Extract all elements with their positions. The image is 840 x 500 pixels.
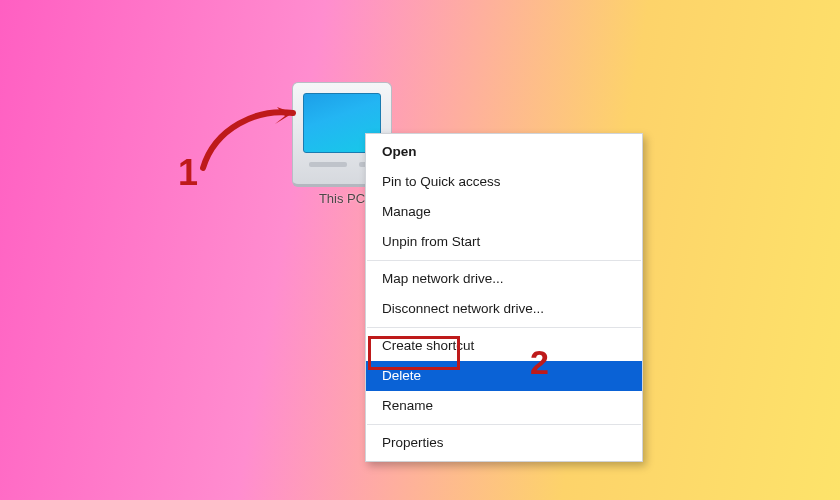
menu-separator	[367, 424, 641, 425]
menu-separator	[367, 260, 641, 261]
annotation-step-1: 1	[178, 152, 198, 194]
menu-item-unpin-start[interactable]: Unpin from Start	[366, 227, 642, 257]
menu-item-pin-quick-access[interactable]: Pin to Quick access	[366, 167, 642, 197]
menu-item-delete[interactable]: Delete	[366, 361, 642, 391]
menu-item-map-network-drive[interactable]: Map network drive...	[366, 264, 642, 294]
menu-item-rename[interactable]: Rename	[366, 391, 642, 421]
annotation-arrow-icon	[195, 100, 315, 180]
context-menu: Open Pin to Quick access Manage Unpin fr…	[365, 133, 643, 462]
menu-item-open[interactable]: Open	[366, 137, 642, 167]
annotation-step-2: 2	[530, 343, 549, 382]
menu-item-manage[interactable]: Manage	[366, 197, 642, 227]
menu-separator	[367, 327, 641, 328]
menu-item-disconnect-network-drive[interactable]: Disconnect network drive...	[366, 294, 642, 324]
menu-item-properties[interactable]: Properties	[366, 428, 642, 458]
menu-item-create-shortcut[interactable]: Create shortcut	[366, 331, 642, 361]
